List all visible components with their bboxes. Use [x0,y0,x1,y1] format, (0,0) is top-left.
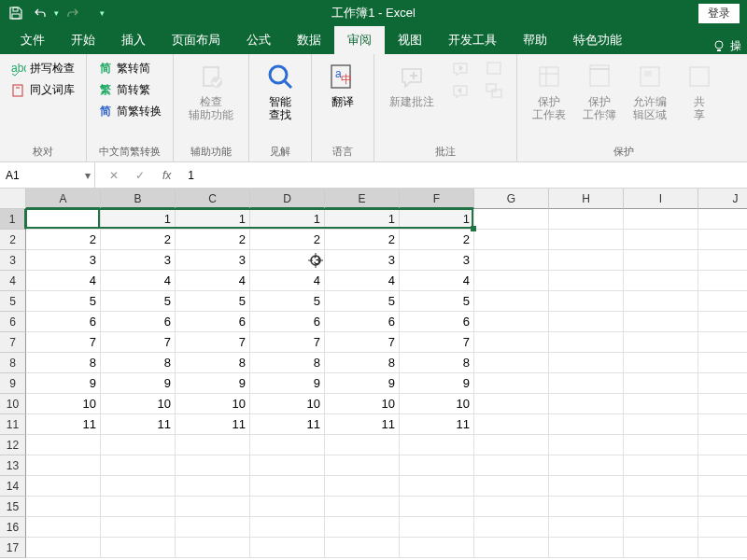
cell[interactable]: 11 [400,414,474,435]
cell[interactable] [176,517,250,538]
cell[interactable]: 11 [176,414,250,435]
cell[interactable] [624,435,698,455]
cell[interactable] [549,497,624,517]
column-header[interactable]: H [549,189,624,209]
cell[interactable] [474,312,549,332]
row-header[interactable]: 11 [0,414,26,435]
cell[interactable] [101,455,176,476]
cell[interactable] [400,476,474,497]
cell[interactable] [250,476,325,497]
cell[interactable]: 1 [400,209,474,230]
cell[interactable] [698,394,747,414]
cell[interactable] [474,209,549,230]
cell[interactable] [698,435,747,455]
cell[interactable]: 5 [250,291,325,312]
cell[interactable] [549,538,624,558]
cell[interactable]: 8 [400,353,474,373]
cell[interactable] [549,332,624,353]
cell[interactable] [474,455,549,476]
column-header[interactable]: E [325,189,400,209]
cell[interactable] [698,476,747,497]
cell[interactable]: 3 [101,250,176,271]
cell[interactable] [176,455,250,476]
row-header[interactable]: 6 [0,312,26,332]
cell[interactable] [101,538,176,558]
cell[interactable] [101,497,176,517]
cell[interactable]: 5 [101,291,176,312]
cell[interactable]: 1 [26,209,101,230]
tab-special[interactable]: 特色功能 [560,26,635,54]
cell[interactable] [250,497,325,517]
cell[interactable] [250,455,325,476]
dropdown-icon[interactable]: ▾ [54,8,59,18]
column-header[interactable]: A [26,189,101,209]
login-button[interactable]: 登录 [698,4,740,23]
row-header[interactable]: 14 [0,476,26,497]
cell[interactable]: 2 [176,230,250,250]
cell[interactable] [549,271,624,291]
cell[interactable]: 3 [250,250,325,271]
cell[interactable] [549,291,624,312]
tab-layout[interactable]: 页面布局 [159,26,233,54]
row-header[interactable]: 5 [0,291,26,312]
cell[interactable]: 10 [400,394,474,414]
formula-input[interactable] [188,169,740,182]
cell[interactable]: 4 [26,271,101,291]
cell[interactable]: 1 [176,209,250,230]
cell[interactable] [549,250,624,271]
cell[interactable] [549,230,624,250]
cell[interactable] [325,497,400,517]
row-header[interactable]: 4 [0,271,26,291]
enter-icon[interactable]: ✓ [131,169,149,182]
chinese-convert-button[interactable]: 简简繁转换 [94,101,165,122]
cell[interactable] [400,435,474,455]
cell[interactable] [474,517,549,538]
cell[interactable] [624,332,698,353]
cell[interactable]: 3 [325,250,400,271]
cell[interactable] [474,414,549,435]
row-header[interactable]: 12 [0,435,26,455]
thesaurus-button[interactable]: 同义词库 [7,79,78,101]
cell[interactable] [698,353,747,373]
cell[interactable] [474,230,549,250]
cell[interactable] [176,435,250,455]
cell[interactable] [474,394,549,414]
cell-grid[interactable]: 1111112222223333334444445555556666667777… [26,209,747,558]
column-header[interactable]: F [400,189,474,209]
cell[interactable]: 4 [400,271,474,291]
cell[interactable] [549,476,624,497]
name-box[interactable]: ▾ [0,162,95,188]
cell[interactable]: 6 [101,312,176,332]
name-box-dropdown-icon[interactable]: ▾ [85,169,91,182]
cell[interactable] [549,517,624,538]
cell[interactable]: 7 [26,332,101,353]
cell[interactable] [624,230,698,250]
cell[interactable] [624,497,698,517]
cell[interactable]: 10 [101,394,176,414]
select-all-corner[interactable] [0,189,26,209]
cell[interactable]: 7 [400,332,474,353]
cell[interactable] [549,209,624,230]
cell[interactable]: 7 [101,332,176,353]
trad-to-simp-button[interactable]: 简繁转简 [94,58,165,79]
cell[interactable] [698,414,747,435]
cell[interactable]: 4 [176,271,250,291]
column-header[interactable]: G [474,189,549,209]
cell[interactable] [474,353,549,373]
tab-view[interactable]: 视图 [385,26,435,54]
column-header[interactable]: J [698,189,747,209]
cell[interactable] [101,517,176,538]
tab-formula[interactable]: 公式 [233,26,284,54]
undo-icon[interactable] [30,3,50,23]
cell[interactable] [624,476,698,497]
cell[interactable] [624,373,698,394]
cell[interactable]: 4 [325,271,400,291]
cell[interactable]: 1 [101,209,176,230]
tab-home[interactable]: 开始 [58,26,108,54]
column-header[interactable]: C [176,189,250,209]
formula-bar[interactable] [180,169,747,182]
cell[interactable] [325,455,400,476]
tab-review[interactable]: 审阅 [334,26,385,54]
cell[interactable] [400,517,474,538]
tab-dev[interactable]: 开发工具 [435,26,510,54]
